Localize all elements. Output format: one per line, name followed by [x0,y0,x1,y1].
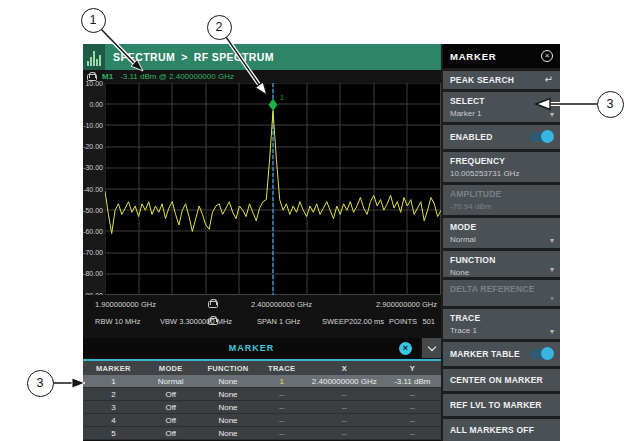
figure-page: SPECTRUM > RF SPECTRUM M1 -3.11 dBm @ 2.… [0,0,634,441]
y-axis-label: -60.00 [83,228,103,236]
frequency-field[interactable]: FREQUENCY 10.005253731 GHz [443,152,560,182]
toggle-on-icon[interactable] [530,132,553,142]
close-icon[interactable]: × [541,50,553,62]
caret-down-icon: ▾ [550,295,554,303]
mode-dropdown[interactable]: MODE Normal ▾ [443,218,560,248]
sweep-value: 202.00 ms [349,317,384,326]
sweep-settings-row: RBW 10 MHz VBW 3.3000000 MHz SPAN 1 GHz … [83,312,441,330]
table-cell: -- [305,403,384,412]
table-cell: -- [305,416,384,425]
caret-down-icon: ▾ [550,237,554,245]
y-axis-label: 0.00 [83,101,103,109]
table-row[interactable]: 5OffNone------ [83,427,441,440]
table-cell: -- [305,429,384,438]
collapse-table-button[interactable] [422,338,441,358]
col-function: FUNCTION [198,364,259,373]
spectrum-trace-svg: 1 [105,83,441,295]
table-cell: -- [384,429,441,438]
table-cell: 2 [83,390,144,399]
vbw-value[interactable]: VBW 3.3000000 MHz [160,317,232,326]
y-axis-label: -30.00 [83,164,103,172]
rbw-value[interactable]: RBW 10 MHz [95,317,140,326]
sweep-label: SWEEP [322,317,349,326]
table-cell: -- [258,403,305,412]
table-row[interactable]: 3OffNone------ [83,401,441,414]
callout-3-left: 3 [27,370,54,397]
table-cell: -- [258,429,305,438]
table-cell: 1 [83,377,144,386]
table-cell: -- [258,416,305,425]
marker-panel-title: MARKER [450,51,497,62]
spectrum-analyzer-app: SPECTRUM > RF SPECTRUM M1 -3.11 dBm @ 2.… [83,44,560,441]
toggle-on-icon[interactable] [530,349,553,359]
plot-column: SPECTRUM > RF SPECTRUM M1 -3.11 dBm @ 2.… [83,44,441,441]
y-axis-label: -20.00 [83,143,103,151]
marker-table-header: MARKER MODE FUNCTION TRACE X Y [83,361,441,375]
all-markers-off-button[interactable]: ALL MARKERS OFF [443,419,560,441]
table-cell: -- [258,390,305,399]
center-on-marker-button[interactable]: CENTER ON MARKER [443,369,560,391]
table-row[interactable]: 1NormalNone12.400000000 GHz-3.11 dBm [83,375,441,388]
table-cell: -- [384,390,441,399]
table-cell: Normal [144,377,198,386]
table-cell: -- [384,403,441,412]
marker-table-toggle[interactable]: MARKER TABLE [443,342,560,366]
breadcrumb-view[interactable]: RF SPECTRUM [194,51,274,63]
col-x: X [305,364,384,373]
marker-table-title: MARKER [83,343,420,353]
table-cell: Off [144,390,198,399]
breadcrumb-separator: > [181,51,188,63]
breadcrumb-measurement[interactable]: SPECTRUM [113,51,175,63]
app-logo-icon [83,44,105,70]
peak-search-button[interactable]: PEAK SEARCH ↵ [443,71,560,89]
y-axis-label: 10.00 [83,80,103,88]
table-cell: None [198,416,259,425]
caret-down-icon: ▾ [550,111,554,119]
span-value[interactable]: SPAN 1 GHz [257,317,300,326]
y-axis-label: -40.00 [83,186,103,194]
points-value: 501 [422,317,435,326]
spectrum-plot[interactable]: 1 [105,83,441,295]
table-cell: Off [144,403,198,412]
marker-table: MARKER × MARKER MODE FUNCTION TRACE X Y [83,338,441,441]
svg-text:1: 1 [280,94,284,101]
points-label: POINTS [389,317,417,326]
delta-reference-dropdown: DELTA REFERENCE ▾ [443,280,560,306]
table-row[interactable]: 4OffNone------ [83,414,441,427]
table-cell: -- [305,390,384,399]
lock-icon[interactable] [208,316,216,325]
table-cell: 3 [83,403,144,412]
chevron-down-icon [427,342,435,350]
ref-lvl-to-marker-button[interactable]: REF LVL TO MARKER [443,394,560,416]
y-axis-label: -80.00 [83,270,103,278]
table-cell: 1 [258,377,305,386]
col-y: Y [384,364,441,373]
select-marker-dropdown[interactable]: SELECT Marker 1 ▾ [443,92,560,122]
caret-down-icon: ▾ [550,328,554,336]
trace-dropdown[interactable]: TRACE Trace 1 ▾ [443,309,560,339]
callout-1: 1 [81,8,106,33]
x-axis-start: 1.900000000 GHz [95,300,156,309]
enabled-toggle[interactable]: ENABLED [443,125,560,149]
marker-readout-label: M1 [102,72,113,81]
x-axis-center: 2.400000000 GHz [251,300,312,309]
marker-panel: MARKER × PEAK SEARCH ↵ SELECT Marker 1 ▾… [443,44,560,441]
table-cell: 5 [83,429,144,438]
marker-readout-value: -3.11 dBm @ 2.400000000 GHz [120,72,234,81]
title-bar: SPECTRUM > RF SPECTRUM [83,44,441,70]
amplitude-field: AMPLITUDE -70.94 dBm [443,185,560,215]
close-icon[interactable]: × [399,342,412,355]
table-cell: -- [384,416,441,425]
lock-icon[interactable] [208,299,216,308]
y-axis-label: -70.00 [83,249,103,257]
x-axis-stop: 2.900000000 GHz [376,300,437,309]
col-mode: MODE [144,364,198,373]
callout-2: 2 [207,15,232,40]
breadcrumb[interactable]: SPECTRUM > RF SPECTRUM [113,51,274,63]
col-marker: MARKER [83,364,144,373]
table-row[interactable]: 2OffNone------ [83,388,441,401]
y-axis-labels: 10.000.00-10.00-20.00-30.00-40.00-50.00-… [83,83,105,295]
marker-table-rows: 1NormalNone12.400000000 GHz-3.11 dBm2Off… [83,375,441,440]
table-cell: 4 [83,416,144,425]
function-dropdown[interactable]: FUNCTION None ▾ [443,251,560,277]
